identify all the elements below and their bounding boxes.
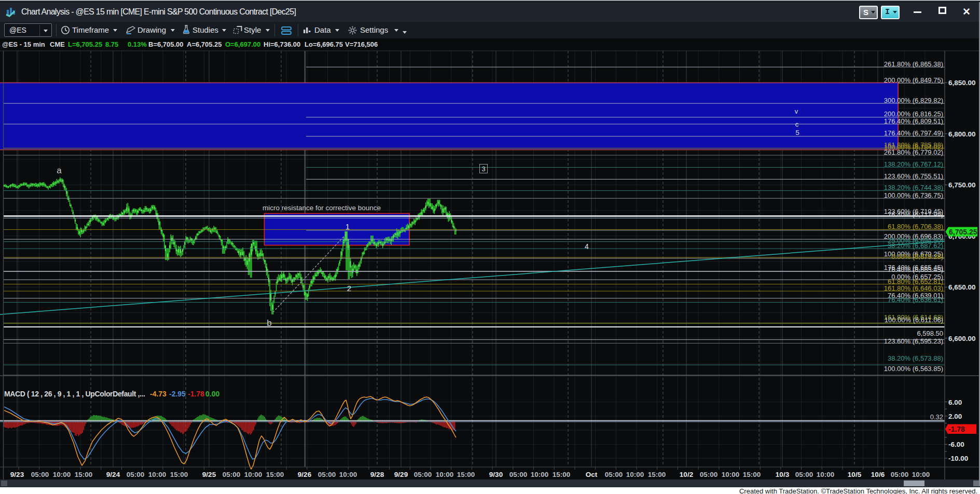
svg-text:10:00: 10:00	[912, 471, 930, 478]
svg-text:10:00: 10:00	[436, 471, 454, 478]
svg-text:76.40% (6,717.99): 76.40% (6,717.99)	[888, 211, 943, 218]
svg-text:0.00: 0.00	[205, 390, 219, 398]
svg-text:138.20% (6,767.12): 138.20% (6,767.12)	[884, 160, 943, 168]
svg-text:100.00% (6,611.06): 100.00% (6,611.06)	[885, 316, 943, 324]
svg-text:-6.00: -6.00	[948, 441, 964, 448]
svg-text:300.00% (6,829.82): 300.00% (6,829.82)	[884, 97, 943, 104]
svg-text:05:00: 05:00	[223, 471, 241, 478]
svg-text:123.60% (6,595.23): 123.60% (6,595.23)	[884, 337, 943, 345]
svg-text:10:00: 10:00	[722, 471, 740, 478]
svg-text:6,598.50: 6,598.50	[917, 330, 943, 337]
svg-text:2.00: 2.00	[948, 413, 962, 420]
svg-text:15:00: 15:00	[457, 471, 475, 478]
svg-text:9/25: 9/25	[202, 471, 216, 478]
svg-text:76.40% (6,636.61): 76.40% (6,636.61)	[888, 296, 943, 304]
svg-text:123.60% (6,755.51): 123.60% (6,755.51)	[884, 172, 943, 180]
svg-text:15:00: 15:00	[266, 471, 284, 478]
svg-text:100.00% (6,736.75): 100.00% (6,736.75)	[884, 191, 943, 199]
svg-text:b: b	[267, 318, 271, 328]
svg-text:05:00: 05:00	[31, 471, 49, 478]
svg-text:4: 4	[585, 242, 589, 251]
svg-text:15:00: 15:00	[170, 471, 188, 478]
svg-text:05:00: 05:00	[605, 471, 623, 478]
svg-text:0.32: 0.32	[930, 413, 943, 421]
svg-text:61.80% (6,706.38): 61.80% (6,706.38)	[888, 223, 943, 230]
svg-text:10/5: 10/5	[848, 471, 862, 478]
svg-text:05:00: 05:00	[127, 471, 145, 478]
svg-text:15:00: 15:00	[743, 471, 761, 478]
svg-text:6,600.00: 6,600.00	[948, 335, 976, 342]
svg-text:15:00: 15:00	[75, 471, 93, 478]
svg-text:-10.00: -10.00	[948, 455, 968, 462]
svg-text:micro resistance for correctiv: micro resistance for corrective bounce	[263, 204, 381, 212]
svg-text:Oct: Oct	[586, 471, 598, 478]
svg-text:6,850.00: 6,850.00	[948, 79, 976, 87]
svg-text:200.00% (6,816.25): 200.00% (6,816.25)	[884, 110, 943, 118]
svg-text:10/6: 10/6	[871, 471, 885, 478]
svg-text:05:00: 05:00	[509, 471, 528, 478]
svg-text:05:00: 05:00	[414, 471, 432, 478]
svg-text:38.20% (6,687.62): 38.20% (6,687.62)	[888, 242, 943, 250]
svg-text:05:00: 05:00	[318, 471, 336, 478]
svg-text:05:00: 05:00	[891, 471, 909, 478]
svg-text:9/24: 9/24	[106, 471, 120, 478]
svg-text:200.00% (6,849.75): 200.00% (6,849.75)	[884, 76, 943, 84]
svg-text:9/30: 9/30	[489, 471, 503, 478]
svg-text:138.20% (6,744.38): 138.20% (6,744.38)	[884, 184, 943, 191]
svg-text:9/26: 9/26	[298, 471, 312, 478]
svg-text:5: 5	[795, 129, 799, 136]
svg-text:176.40% (6,809.51): 176.40% (6,809.51)	[884, 117, 943, 125]
svg-text:a: a	[57, 166, 62, 175]
svg-text:9/29: 9/29	[394, 471, 408, 478]
svg-text:10/3: 10/3	[776, 471, 790, 478]
svg-text:v: v	[795, 107, 798, 115]
svg-text:76.40% (6,665.45): 76.40% (6,665.45)	[888, 266, 943, 273]
svg-text:6,650.00: 6,650.00	[948, 283, 976, 291]
svg-text:MACD ( 12 , 26 , 9 , 1 , 1 , U: MACD ( 12 , 26 , 9 , 1 , 1 , UpColorDefa…	[4, 390, 145, 398]
svg-text:9/23: 9/23	[10, 471, 24, 478]
svg-text:6,750.00: 6,750.00	[948, 181, 976, 189]
svg-text:261.80% (6,865.38): 261.80% (6,865.38)	[884, 60, 943, 68]
svg-text:0.00% (6,679.28): 0.00% (6,679.28)	[891, 253, 943, 260]
svg-text:-2.95: -2.95	[169, 390, 186, 398]
svg-text:-4.73: -4.73	[150, 390, 167, 398]
svg-text:10:00: 10:00	[531, 471, 549, 478]
svg-text:10:00: 10:00	[339, 471, 357, 478]
svg-text:176.40% (6,797.49): 176.40% (6,797.49)	[884, 129, 943, 137]
svg-text:6,705.25: 6,705.25	[949, 228, 977, 236]
svg-text:10:00: 10:00	[244, 471, 263, 478]
svg-text:15:00: 15:00	[553, 471, 571, 478]
svg-text:6,800.00: 6,800.00	[948, 130, 976, 138]
svg-text:05:00: 05:00	[700, 471, 718, 478]
svg-text:6.00: 6.00	[948, 399, 962, 406]
svg-text:9/28: 9/28	[370, 471, 384, 478]
svg-text:1: 1	[346, 222, 350, 231]
svg-text:10/2: 10/2	[680, 471, 693, 478]
svg-text:05:00: 05:00	[795, 471, 813, 478]
svg-text:261.80% (6,779.02): 261.80% (6,779.02)	[884, 148, 943, 156]
svg-text:-1.78: -1.78	[188, 390, 204, 398]
svg-text:10:00: 10:00	[148, 471, 167, 478]
svg-text:3: 3	[481, 165, 485, 173]
svg-text:100.00% (6,563.85): 100.00% (6,563.85)	[884, 365, 943, 373]
svg-text:c: c	[795, 120, 799, 128]
svg-text:-1.78: -1.78	[948, 425, 965, 433]
svg-text:15:00: 15:00	[648, 471, 666, 478]
svg-text:161.80% (6,646.03): 161.80% (6,646.03)	[884, 284, 943, 292]
svg-text:10:00: 10:00	[817, 471, 835, 478]
svg-text:2: 2	[347, 284, 351, 293]
svg-text:10:00: 10:00	[53, 471, 71, 478]
svg-text:38.20% (6,573.88): 38.20% (6,573.88)	[888, 354, 943, 362]
svg-text:10:00: 10:00	[626, 471, 644, 478]
